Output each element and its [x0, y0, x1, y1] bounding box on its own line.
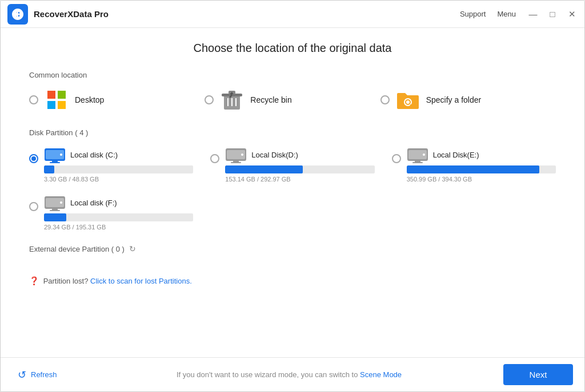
disk-c-fill [44, 165, 54, 173]
app-window: RecoverXData Pro Support Menu — □ ✕ Choo… [0, 0, 585, 392]
close-button[interactable]: ✕ [566, 9, 578, 19]
location-desktop[interactable]: Desktop [29, 87, 205, 112]
refresh-label: Refresh [31, 370, 57, 379]
svg-rect-26 [412, 162, 423, 163]
recycle-label: Recycle bin [250, 95, 291, 104]
disk-f-fill [44, 213, 66, 221]
nav-links: Support Menu [460, 10, 516, 18]
external-section: External device Partition ( 0 ) ↻ [29, 244, 556, 253]
disk-c-name: Local disk (C:) [70, 151, 118, 159]
disk-e-header: Local Disk(E:) [407, 146, 556, 163]
disk-d-name: Local Disk(D:) [251, 151, 298, 159]
disk-e-fill [407, 165, 540, 173]
window-controls: — □ ✕ [527, 9, 578, 19]
disk-d-radio[interactable] [210, 154, 219, 163]
main-area: Choose the location of the original data… [1, 28, 584, 357]
disk-section-label: Disk Partition ( 4 ) [29, 128, 556, 137]
app-title: RecoverXData Pro [34, 9, 460, 19]
disk-d-progress [225, 165, 374, 173]
disk-f-name: Local disk (F:) [70, 199, 117, 207]
disk-f-radio[interactable] [29, 202, 38, 211]
svg-point-27 [423, 153, 425, 156]
disk-grid: Local disk (C:) 3.30 GB / 48.83 GB [29, 146, 556, 231]
app-logo [7, 4, 28, 25]
page-title: Choose the location of the original data [29, 42, 556, 55]
disk-d-size: 153.14 GB / 292.97 GB [225, 176, 374, 183]
location-folder[interactable]: Specify a folder [380, 87, 556, 112]
svg-rect-21 [231, 162, 241, 163]
disk-c[interactable]: Local disk (C:) 3.30 GB / 48.83 GB [29, 146, 193, 183]
svg-rect-0 [47, 91, 55, 99]
disk-d-fill [225, 165, 303, 173]
folder-radio[interactable] [380, 95, 390, 104]
svg-point-32 [60, 201, 62, 204]
svg-rect-3 [58, 101, 66, 109]
refresh-icon: ↺ [18, 369, 26, 381]
desktop-radio[interactable] [29, 95, 38, 104]
footer: ↺ Refresh If you don't want to use wizar… [1, 357, 584, 391]
disk-d-info: Local Disk(D:) 153.14 GB / 292.97 GB [225, 146, 374, 183]
partition-lost-text: Partition lost? [43, 277, 89, 285]
partition-scan-link[interactable]: Click to scan for lost Partitions. [90, 277, 192, 285]
disk-c-info: Local disk (C:) 3.30 GB / 48.83 GB [44, 146, 193, 183]
disk-e[interactable]: Local Disk(E:) 350.99 GB / 394.30 GB [392, 146, 556, 183]
disk-c-header: Local disk (C:) [44, 146, 193, 163]
disk-e-progress [407, 165, 556, 173]
disk-d-header: Local Disk(D:) [225, 146, 374, 163]
titlebar: RecoverXData Pro Support Menu — □ ✕ [1, 1, 584, 28]
svg-rect-16 [50, 162, 60, 163]
external-refresh-icon[interactable]: ↻ [129, 244, 136, 253]
footer-info: If you don't want to use wizard mode, yo… [75, 370, 503, 379]
disk-e-info: Local Disk(E:) 350.99 GB / 394.30 GB [407, 146, 556, 183]
common-location-label: Common location [29, 71, 556, 79]
disk-c-size: 3.30 GB / 48.83 GB [44, 176, 193, 183]
content-area: Choose the location of the original data… [1, 28, 584, 391]
disk-f-info: Local disk (F:) 29.34 GB / 195.31 GB [44, 194, 193, 231]
svg-point-17 [60, 153, 62, 156]
disk-c-progress [44, 165, 193, 173]
refresh-button[interactable]: ↺ Refresh [18, 369, 75, 381]
folder-label: Specify a folder [426, 95, 482, 104]
disk-e-radio[interactable] [392, 154, 401, 163]
partition-lost-section: ❓ Partition lost? Click to scan for lost… [29, 270, 556, 291]
scene-mode-link[interactable]: Scene Mode [360, 370, 402, 379]
disk-c-radio[interactable] [29, 154, 38, 163]
svg-rect-2 [47, 101, 55, 109]
disk-d[interactable]: Local Disk(D:) 153.14 GB / 292.97 GB [210, 146, 374, 183]
desktop-icon [44, 87, 69, 112]
common-locations: Desktop [29, 87, 556, 112]
next-button[interactable]: Next [503, 364, 573, 385]
disk-f[interactable]: Local disk (F:) 29.34 GB / 195.31 GB [29, 194, 193, 231]
recycle-icon [219, 87, 245, 112]
footer-text: If you don't want to use wizard mode, yo… [177, 370, 360, 379]
support-link[interactable]: Support [460, 10, 486, 18]
desktop-label: Desktop [75, 95, 104, 104]
question-icon: ❓ [29, 276, 39, 285]
folder-icon [395, 87, 420, 112]
location-recycle[interactable]: Recycle bin [205, 87, 380, 112]
maximize-button[interactable]: □ [547, 9, 558, 19]
recycle-radio[interactable] [205, 95, 214, 104]
menu-link[interactable]: Menu [497, 10, 516, 18]
disk-f-progress [44, 213, 193, 221]
svg-rect-1 [58, 91, 66, 99]
disk-e-name: Local Disk(E:) [433, 151, 479, 159]
svg-point-22 [241, 153, 243, 156]
disk-e-size: 350.99 GB / 394.30 GB [407, 176, 556, 183]
external-label: External device Partition ( 0 ) [29, 245, 125, 253]
minimize-button[interactable]: — [527, 9, 539, 19]
disk-f-header: Local disk (F:) [44, 194, 193, 211]
svg-rect-31 [50, 210, 60, 211]
disk-f-size: 29.34 GB / 195.31 GB [44, 224, 193, 231]
